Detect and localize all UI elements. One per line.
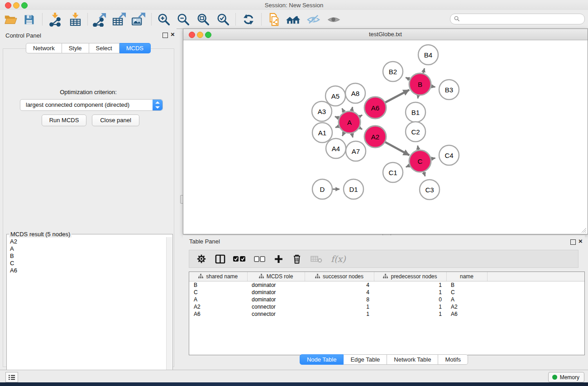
table-cell[interactable]: A2 — [446, 303, 487, 310]
first-neighbors-icon[interactable] — [266, 12, 282, 27]
table-cell[interactable]: 4 — [305, 289, 374, 296]
home-icon[interactable] — [285, 12, 301, 27]
table-cell[interactable]: 1 — [305, 310, 374, 318]
columns-icon[interactable] — [214, 253, 226, 265]
mcds-result-item[interactable]: A6 — [7, 267, 167, 274]
mcds-result-item[interactable]: C — [7, 260, 167, 267]
tab-edge-table[interactable]: Edge Table — [344, 354, 387, 365]
graph-edge-A-A4[interactable] — [342, 132, 344, 136]
graph-edge-B-B1[interactable] — [418, 95, 418, 99]
table-row[interactable]: A6connector11A6 — [189, 310, 584, 318]
graph-edge-A-A1[interactable] — [335, 126, 339, 128]
deselect-all-icon[interactable] — [253, 253, 266, 265]
graph-edge-B-B3[interactable] — [431, 86, 435, 87]
table-cell[interactable]: A6 — [189, 310, 247, 318]
window-resize-grip[interactable] — [581, 227, 587, 233]
table-cell[interactable]: dominator — [247, 296, 305, 303]
refresh-icon[interactable] — [241, 12, 256, 27]
tab-node-table[interactable]: Node Table — [300, 354, 344, 365]
table-cell[interactable]: A2 — [189, 303, 247, 310]
run-mcds-button[interactable]: Run MCDS — [42, 114, 86, 126]
tab-mcds[interactable]: MCDS — [120, 43, 151, 53]
mcds-result-item[interactable]: A — [7, 245, 167, 253]
gear-icon[interactable] — [196, 253, 207, 265]
table-cell[interactable]: connector — [247, 310, 305, 318]
search-input[interactable] — [462, 14, 582, 24]
zoom-out-icon[interactable] — [176, 12, 191, 27]
tab-network-table[interactable]: Network Table — [387, 354, 438, 365]
mcds-list-scrollbar[interactable] — [166, 237, 172, 386]
dropdown-stepper-icon[interactable] — [153, 100, 163, 110]
close-panel-icon[interactable]: × — [171, 30, 175, 38]
network-window-titlebar[interactable]: testGlobe.txt — [183, 29, 588, 40]
column-header-mcds-role[interactable]: MCDS role — [247, 272, 305, 281]
graph-edge-A-A6[interactable] — [359, 115, 362, 117]
save-session-icon[interactable] — [21, 12, 37, 27]
graph-edge-A-A7[interactable] — [352, 133, 353, 137]
mcds-result-item[interactable]: A2 — [7, 238, 167, 245]
float-panel-icon[interactable] — [163, 33, 168, 38]
float-table-panel-icon[interactable] — [570, 239, 576, 245]
table-cell[interactable]: 1 — [374, 310, 446, 318]
graph-edge-B-B4[interactable] — [423, 68, 425, 73]
table-cell[interactable]: 1 — [374, 281, 446, 289]
export-table-icon[interactable] — [111, 12, 126, 27]
tab-select[interactable]: Select — [89, 43, 120, 53]
network-canvas[interactable]: ABCA2A6A1A3A4A5A7A8B1B2B3B4C1C2C3C4DD1 — [184, 40, 586, 233]
table-row[interactable]: Bdominator41B — [189, 281, 584, 289]
mcds-result-item[interactable]: B — [7, 253, 167, 260]
open-session-icon[interactable] — [3, 12, 18, 27]
table-cell[interactable]: B — [189, 281, 247, 289]
table-cell[interactable]: 4 — [305, 281, 374, 289]
import-table-icon[interactable] — [67, 12, 83, 27]
table-cell[interactable]: 1 — [374, 303, 446, 310]
zoom-fit-icon[interactable] — [196, 12, 211, 27]
column-header-name[interactable]: name — [446, 272, 487, 281]
graph-edge-C-C3[interactable] — [424, 172, 425, 176]
zoom-selected-icon[interactable] — [215, 12, 231, 27]
table-cell[interactable]: 1 — [305, 303, 374, 310]
export-network-icon[interactable] — [91, 12, 107, 27]
table-cell[interactable]: 0 — [374, 296, 446, 303]
table-cell[interactable]: C — [446, 289, 487, 296]
table-cell[interactable]: A6 — [446, 310, 487, 318]
task-history-button[interactable] — [5, 372, 18, 382]
graph-edge-A-A8[interactable] — [352, 107, 353, 111]
graph-edge-C-C2[interactable] — [418, 146, 418, 150]
graph-edge-A2-C[interactable] — [385, 142, 409, 155]
select-all-icon[interactable] — [233, 253, 246, 265]
table-cell[interactable]: 8 — [305, 296, 374, 303]
graph-edge-C-C4[interactable] — [431, 158, 435, 159]
column-header-predecessor-nodes[interactable]: predecessor nodes — [374, 272, 446, 281]
graph-edge-C-C1[interactable] — [406, 166, 410, 167]
table-cell[interactable]: dominator — [247, 281, 305, 289]
zoom-in-icon[interactable] — [156, 12, 172, 27]
import-network-icon[interactable] — [47, 12, 62, 27]
close-panel-button[interactable]: Close panel — [92, 114, 139, 126]
table-cell[interactable]: B — [446, 281, 487, 289]
export-image-icon[interactable] — [130, 12, 146, 27]
optimization-criterion-dropdown[interactable]: largest connected component (directed) — [20, 99, 163, 111]
show-all-icon[interactable] — [326, 12, 341, 27]
delete-icon[interactable] — [291, 253, 303, 265]
close-table-panel-icon[interactable]: × — [578, 237, 583, 245]
column-header-successor-nodes[interactable]: successor nodes — [305, 272, 374, 281]
table-cell[interactable]: A — [189, 296, 247, 303]
table-cell[interactable]: dominator — [247, 289, 305, 296]
table-header-row[interactable]: shared nameMCDS rolesuccessor nodesprede… — [189, 272, 584, 281]
graph-edge-A6-B[interactable] — [385, 90, 409, 103]
add-icon[interactable] — [272, 253, 284, 265]
column-header-shared-name[interactable]: shared name — [189, 272, 247, 281]
hide-selected-icon[interactable] — [306, 12, 321, 27]
graph-edge-A-A3[interactable] — [335, 116, 339, 118]
table-row[interactable]: A2connector11A2 — [189, 303, 584, 310]
graph-edge-B-B2[interactable] — [406, 77, 410, 79]
tab-network[interactable]: Network — [26, 43, 62, 53]
table-cell[interactable]: connector — [247, 303, 305, 310]
table-row[interactable]: Cdominator41C — [189, 289, 584, 296]
table-cell[interactable]: C — [189, 289, 247, 296]
table-cell[interactable]: A — [446, 296, 487, 303]
tab-motifs[interactable]: Motifs — [438, 354, 468, 365]
tab-style[interactable]: Style — [62, 43, 89, 53]
graph-edge-A-A2[interactable] — [359, 128, 362, 129]
